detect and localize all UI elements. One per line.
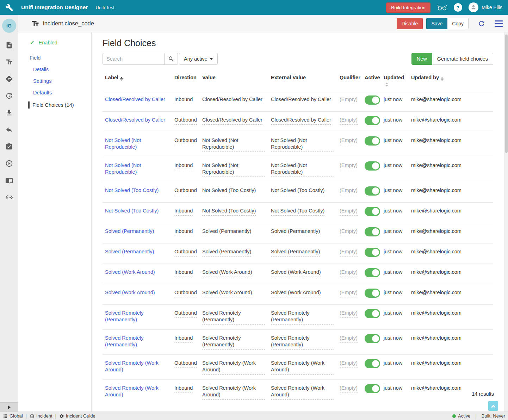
field-choice-label-link[interactable]: Not Solved (Not Reproducible): [105, 162, 170, 175]
external-value-cell[interactable]: Solved Remotely (Permanently): [271, 335, 334, 350]
build-integration-button[interactable]: Build Integration: [386, 2, 430, 13]
qualifier-cell[interactable]: (Empty): [340, 228, 358, 236]
history-icon[interactable]: [5, 92, 13, 100]
search-button[interactable]: [165, 53, 178, 65]
field-choice-label-link[interactable]: Solved Remotely (Permanently): [105, 310, 170, 323]
direction-cell[interactable]: Inbound: [174, 162, 193, 170]
column-header-label[interactable]: Label: [103, 75, 174, 87]
qualifier-cell[interactable]: (Empty): [340, 335, 358, 343]
value-cell[interactable]: Solved Remotely (Permanently): [202, 335, 265, 350]
field-choice-label-link[interactable]: Closed/Resolved by Caller: [105, 117, 165, 123]
play-circle-icon[interactable]: [5, 160, 13, 167]
direction-cell[interactable]: Inbound: [174, 228, 193, 236]
sidebar-item-details[interactable]: Details: [18, 61, 91, 72]
active-toggle[interactable]: [365, 95, 380, 105]
user-menu[interactable]: Mike Ellis: [469, 2, 502, 12]
sidebar-item-defaults[interactable]: Defaults: [18, 84, 91, 95]
direction-cell[interactable]: Outbound: [174, 248, 197, 257]
field-choice-label-link[interactable]: Solved Remotely (Work Around): [105, 360, 170, 373]
value-cell[interactable]: Solved Remotely (Work Around): [202, 385, 265, 400]
statusbar-global[interactable]: Global: [3, 413, 23, 419]
direction-cell[interactable]: Inbound: [174, 96, 193, 104]
active-toggle[interactable]: [365, 268, 380, 277]
external-value-cell[interactable]: Solved (Permanently): [271, 248, 320, 257]
qualifier-cell[interactable]: (Empty): [340, 269, 358, 277]
active-toggle[interactable]: [365, 248, 380, 257]
search-input[interactable]: [103, 53, 165, 65]
external-value-cell[interactable]: Solved (Permanently): [271, 228, 320, 236]
field-choice-label-link[interactable]: Solved (Work Around): [105, 269, 155, 276]
qualifier-cell[interactable]: (Empty): [340, 289, 358, 297]
active-toggle[interactable]: [365, 289, 380, 298]
external-value-cell[interactable]: Not Solved (Not Reproducible): [271, 162, 334, 177]
field-choice-label-link[interactable]: Solved (Permanently): [105, 248, 154, 255]
download-icon[interactable]: [5, 109, 13, 117]
direction-cell[interactable]: Outbound: [174, 360, 197, 368]
field-choice-label-link[interactable]: Solved (Work Around): [105, 289, 155, 296]
value-cell[interactable]: Solved (Work Around): [202, 269, 252, 277]
field-choice-label-link[interactable]: Not Solved (Too Costly): [105, 187, 159, 194]
statusbar-incident-guide[interactable]: Incident Guide: [59, 413, 95, 419]
qualifier-cell[interactable]: (Empty): [340, 137, 358, 145]
sidebar-expand-button[interactable]: [0, 402, 18, 412]
active-toggle[interactable]: [365, 227, 380, 236]
external-value-cell[interactable]: Not Solved (Too Costly): [271, 208, 324, 216]
code-icon[interactable]: [5, 193, 13, 201]
value-cell[interactable]: Solved (Permanently): [202, 248, 251, 257]
direction-cell[interactable]: Inbound: [174, 208, 193, 216]
save-button[interactable]: Save: [426, 18, 447, 29]
active-toggle[interactable]: [365, 116, 380, 125]
new-button[interactable]: New: [411, 53, 432, 65]
field-choice-label-link[interactable]: Solved Remotely (Work Around): [105, 385, 170, 398]
direction-cell[interactable]: Outbound: [174, 187, 197, 195]
statusbar-incident[interactable]: Incident: [30, 413, 52, 419]
qualifier-cell[interactable]: (Empty): [340, 162, 358, 170]
direction-cell[interactable]: Outbound: [174, 289, 197, 297]
directions-icon[interactable]: [5, 75, 13, 83]
active-toggle[interactable]: [365, 384, 380, 393]
direction-cell[interactable]: Inbound: [174, 335, 193, 343]
external-value-cell[interactable]: Solved (Work Around): [271, 269, 321, 277]
text-fields-icon[interactable]: [5, 58, 13, 66]
active-toggle[interactable]: [365, 359, 380, 368]
external-value-cell[interactable]: Solved Remotely (Work Around): [271, 360, 334, 375]
reply-icon[interactable]: [5, 126, 13, 134]
external-value-cell[interactable]: Not Solved (Too Costly): [271, 187, 324, 195]
refresh-icon[interactable]: [478, 20, 485, 27]
qualifier-cell[interactable]: (Empty): [340, 187, 358, 195]
qualifier-cell[interactable]: (Empty): [340, 117, 358, 125]
direction-cell[interactable]: Inbound: [174, 385, 193, 393]
direction-cell[interactable]: Outbound: [174, 117, 197, 125]
field-choice-label-link[interactable]: Closed/Resolved by Caller: [105, 96, 165, 103]
scrollbar-thumb[interactable]: [505, 35, 508, 153]
value-cell[interactable]: Solved Remotely (Work Around): [202, 360, 265, 375]
direction-cell[interactable]: Outbound: [174, 137, 197, 145]
sidebar-item-settings[interactable]: Settings: [18, 72, 91, 84]
active-toggle[interactable]: [365, 161, 380, 171]
direction-cell[interactable]: Outbound: [174, 310, 197, 318]
qualifier-cell[interactable]: (Empty): [340, 208, 358, 216]
integration-avatar[interactable]: IG: [2, 19, 16, 33]
external-value-cell[interactable]: Closed/Resolved by Caller: [271, 96, 331, 104]
active-toggle[interactable]: [365, 136, 380, 146]
value-cell[interactable]: Not Solved (Too Costly): [202, 187, 256, 195]
book-icon[interactable]: [5, 177, 13, 184]
value-cell[interactable]: Not Solved (Not Reproducible): [202, 162, 265, 177]
active-filter-dropdown[interactable]: Any active: [179, 53, 218, 65]
active-toggle[interactable]: [365, 207, 380, 216]
external-value-cell[interactable]: Closed/Resolved by Caller: [271, 117, 331, 125]
disable-button[interactable]: Disable: [397, 18, 423, 29]
field-choice-label-link[interactable]: Not Solved (Not Reproducible): [105, 137, 170, 150]
scroll-to-top-button[interactable]: [488, 401, 498, 411]
value-cell[interactable]: Solved (Work Around): [202, 289, 252, 297]
qualifier-cell[interactable]: (Empty): [340, 385, 358, 393]
vertical-scrollbar[interactable]: [504, 15, 508, 412]
qualifier-cell[interactable]: (Empty): [340, 360, 358, 368]
generate-field-choices-button[interactable]: Generate field choices: [432, 53, 493, 65]
document-icon[interactable]: [5, 41, 13, 49]
column-header-updated[interactable]: Updated: [384, 75, 411, 87]
help-icon[interactable]: ?: [454, 3, 462, 12]
column-header-updated-by[interactable]: Updated by: [411, 75, 493, 87]
qualifier-cell[interactable]: (Empty): [340, 310, 358, 318]
direction-cell[interactable]: Inbound: [174, 269, 193, 277]
